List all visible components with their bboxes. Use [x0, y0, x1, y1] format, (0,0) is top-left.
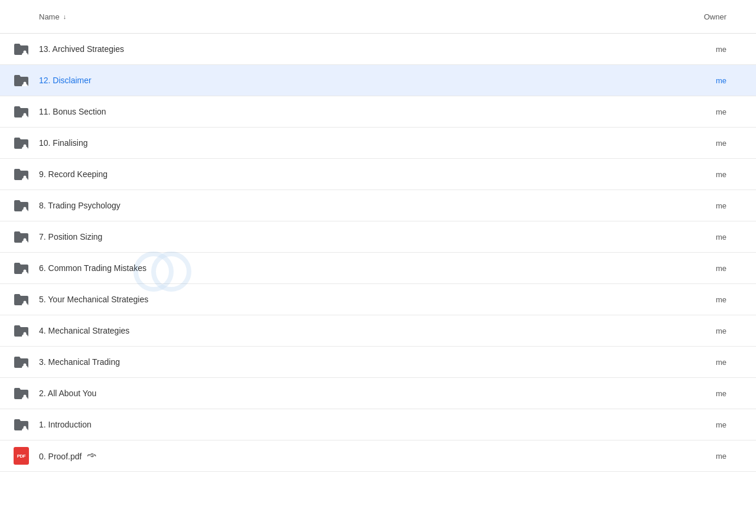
folder-icon [12, 133, 31, 152]
table-row[interactable]: 8. Trading Psychologyme [0, 190, 756, 221]
row-owner-label: me [673, 139, 744, 148]
row-owner-label: me [673, 45, 744, 54]
row-name-label: 2. All About You [39, 389, 673, 398]
folder-shared-icon [13, 230, 30, 243]
folder-icon [12, 259, 31, 278]
folder-shared-icon [13, 262, 30, 275]
table-row[interactable]: 3. Mechanical Tradingme [0, 347, 756, 378]
folder-shared-icon [13, 324, 30, 337]
folder-shared-icon [13, 105, 30, 118]
row-name-label: 6. Common Trading Mistakes [39, 263, 673, 273]
table-row[interactable]: 4. Mechanical Strategiesme [0, 315, 756, 347]
row-name-label: 3. Mechanical Trading [39, 357, 673, 367]
table-row[interactable]: 5. Your Mechanical Strategiesme [0, 284, 756, 315]
rows-container: 13. Archived Strategiesme 12. Disclaimer… [0, 34, 756, 472]
folder-icon [12, 227, 31, 246]
pdf-file-icon: PDF [12, 446, 31, 465]
table-row[interactable]: 2. All About Youme [0, 378, 756, 409]
row-owner-label: me [673, 295, 744, 304]
table-row[interactable]: 11. Bonus Sectionme [0, 96, 756, 128]
folder-icon [12, 384, 31, 403]
shared-people-icon [86, 451, 98, 459]
name-header-label: Name [39, 12, 60, 21]
table-row[interactable]: 13. Archived Strategiesme [0, 34, 756, 65]
row-name-label: 13. Archived Strategies [39, 44, 673, 54]
row-name-label: 5. Your Mechanical Strategies [39, 295, 673, 304]
folder-shared-icon [13, 355, 30, 368]
folder-shared-icon [13, 168, 30, 181]
row-name-label: 0. Proof.pdf [39, 451, 673, 461]
folder-icon [12, 321, 31, 340]
name-column-header[interactable]: Name ↓ [39, 12, 673, 21]
pdf-icon: PDF [14, 447, 29, 465]
folder-shared-icon [13, 43, 30, 56]
folder-icon [12, 196, 31, 215]
row-name-label: 4. Mechanical Strategies [39, 326, 673, 335]
row-owner-label: me [673, 233, 744, 241]
folder-shared-icon [13, 387, 30, 400]
folder-shared-icon [13, 418, 30, 431]
row-owner-label: me [673, 452, 744, 461]
folder-shared-icon [13, 199, 30, 212]
file-table: Name ↓ Owner 13. Archived Strategiesme [0, 0, 756, 472]
owner-column-header: Owner [673, 12, 744, 21]
folder-icon [12, 71, 31, 90]
row-owner-label: me [673, 358, 744, 367]
row-name-label: 1. Introduction [39, 420, 673, 429]
folder-shared-icon [13, 136, 30, 149]
table-row[interactable]: 12. Disclaimerme [0, 65, 756, 96]
row-name-label: 7. Position Sizing [39, 232, 673, 241]
table-row[interactable]: 6. Common Trading Mistakesme [0, 253, 756, 284]
row-owner-label: me [673, 327, 744, 335]
folder-shared-icon [13, 74, 30, 87]
folder-icon [12, 165, 31, 184]
row-owner-label: me [673, 389, 744, 398]
folder-icon [12, 415, 31, 434]
folder-shared-icon [13, 293, 30, 306]
table-row[interactable]: 1. Introductionme [0, 409, 756, 440]
row-name-label: 9. Record Keeping [39, 169, 673, 179]
row-owner-label: me [673, 201, 744, 210]
table-row[interactable]: 10. Finalisingme [0, 128, 756, 159]
row-owner-label: me [673, 264, 744, 273]
row-owner-label: me [673, 76, 744, 85]
folder-icon [12, 290, 31, 309]
table-row[interactable]: 9. Record Keepingme [0, 159, 756, 190]
table-header: Name ↓ Owner [0, 0, 756, 34]
row-owner-label: me [673, 420, 744, 429]
folder-icon [12, 353, 31, 371]
row-name-label: 8. Trading Psychology [39, 201, 673, 210]
folder-icon [12, 40, 31, 58]
row-owner-label: me [673, 107, 744, 116]
table-row[interactable]: PDF0. Proof.pdfme [0, 440, 756, 472]
sort-icon: ↓ [63, 13, 67, 20]
row-owner-label: me [673, 170, 744, 179]
row-name-label: 10. Finalising [39, 138, 673, 148]
table-row[interactable]: 7. Position Sizingme [0, 221, 756, 253]
row-name-label: 11. Bonus Section [39, 107, 673, 116]
folder-icon [12, 102, 31, 121]
row-name-label: 12. Disclaimer [39, 76, 673, 85]
